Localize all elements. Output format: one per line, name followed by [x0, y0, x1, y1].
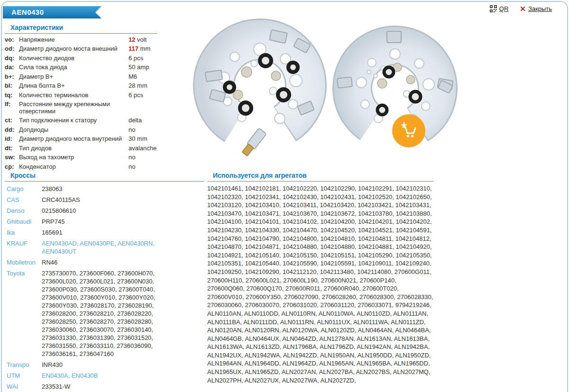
cross-brand-link[interactable]: Denso: [5, 205, 42, 216]
characteristics-title: Характеристики: [5, 24, 157, 34]
characteristic-cell: Напряжение: [19, 35, 128, 45]
characteristic-row: cp:Конденсаторno: [5, 162, 157, 172]
characteristic-cell: 30 mm: [128, 135, 157, 144]
page-title: AEN0430: [11, 8, 44, 16]
characteristic-cell: bl:: [5, 82, 19, 91]
product-photo-left: [186, 15, 334, 163]
cross-brand-link[interactable]: Cargo: [5, 183, 42, 194]
characteristic-row: dd:Допдиодыno: [5, 125, 157, 135]
characteristic-cell: Диаметр диодного моста внешний: [19, 45, 128, 54]
cross-row: Cargo238063: [5, 183, 172, 194]
characteristic-cell: 6 pcs: [128, 91, 157, 100]
add-to-cart-button[interactable]: [392, 114, 425, 147]
cross-row: MobiletronRN46: [5, 257, 172, 268]
cross-value-link[interactable]: EN0430A, EN0430B: [42, 370, 172, 381]
characteristic-row: lf:Расстояние между крепежными отверстия…: [5, 100, 157, 116]
characteristic-row: vo:Напряжение12 volt: [5, 35, 157, 45]
cross-row: Toyota2735730070, 273600F060, 273600H070…: [5, 268, 172, 359]
usage-section: Используется для агрегатов 1042101461, 1…: [207, 172, 433, 384]
characteristic-row: sw:Выход на тахометрno: [5, 153, 157, 163]
characteristic-cell: dd:: [5, 125, 19, 135]
close-link-label: Закрыть: [528, 5, 552, 12]
cross-value-link[interactable]: AEN0430AD, AEN0430PE, AEN0430RN, AEN0430…: [42, 238, 172, 257]
usage-list: 1042101461, 1042102181, 1042102220, 1042…: [207, 184, 433, 384]
close-icon: ✕: [520, 5, 526, 12]
characteristic-cell: ct:: [5, 116, 19, 126]
cross-row: TranspoINR430: [5, 359, 172, 370]
characteristic-cell: Длина болта B+: [19, 82, 128, 91]
crosses-section: Кроссы Cargo238063CASCRC40115ASDenso0215…: [5, 172, 204, 392]
characteristic-cell: Тип диодов: [19, 144, 128, 153]
cross-brand-link[interactable]: Toyota: [5, 268, 42, 359]
characteristic-cell: no: [128, 125, 157, 135]
characteristic-row: id:Диаметр диодного моста внутрений30 mm: [5, 135, 157, 144]
cross-value: 0215806610: [42, 205, 172, 216]
characteristic-cell: Выход на тахометр: [19, 153, 128, 163]
characteristic-row: dt:Тип диодовavalanche: [5, 144, 157, 153]
top-links: QR ✕ Закрыть: [490, 5, 552, 12]
cross-brand-link[interactable]: Mobiletron: [5, 257, 42, 268]
characteristic-cell: cp:: [5, 162, 19, 172]
cross-brand-link[interactable]: WAI: [5, 381, 42, 392]
crosses-title: Кроссы: [5, 172, 204, 182]
cross-brand-link[interactable]: Ghibaudi: [5, 216, 42, 227]
cross-brand-link[interactable]: UTM: [5, 370, 42, 381]
characteristic-cell: [128, 100, 157, 116]
characteristic-cell: no: [128, 153, 157, 163]
cross-brand-link[interactable]: Ika: [5, 227, 42, 238]
characteristic-cell: 12 volt: [128, 35, 157, 45]
characteristic-cell: da:: [5, 63, 19, 73]
cross-row: KRAUFAEN0430AD, AEN0430PE, AEN0430RN, AE…: [5, 238, 172, 257]
characteristic-cell: b+:: [5, 72, 19, 82]
characteristic-cell: no: [128, 162, 157, 172]
characteristic-cell: dt:: [5, 144, 19, 153]
qr-icon: [490, 5, 497, 12]
characteristic-cell: tq:: [5, 91, 19, 100]
characteristic-cell: Тип подключения к статору: [19, 116, 128, 126]
cross-brand-link[interactable]: CAS: [5, 194, 42, 205]
characteristic-cell: Диаметр B+: [19, 72, 128, 82]
characteristic-cell: Расстояние между крепежными отверстиями: [19, 100, 128, 116]
close-link[interactable]: ✕ Закрыть: [520, 5, 552, 12]
cross-row: Denso0215806610: [5, 205, 172, 216]
characteristic-cell: sw:: [5, 153, 19, 163]
characteristic-cell: vo:: [5, 35, 19, 45]
characteristic-cell: lf:: [5, 100, 19, 116]
characteristic-row: od:Диаметр диодного моста внешний117 mm: [5, 45, 157, 54]
cross-value: RN46: [42, 257, 172, 268]
cross-value: 2735730070, 273600F060, 273600H070, 2736…: [42, 268, 172, 359]
characteristic-cell: od:: [5, 45, 19, 54]
characteristic-row: b+:Диаметр B+M6: [5, 72, 157, 82]
cross-brand-link[interactable]: Transpo: [5, 359, 42, 370]
characteristic-cell: dq:: [5, 54, 19, 63]
characteristic-cell: Конденсатор: [19, 162, 128, 172]
characteristic-row: da:Сила тока диода50 amp: [5, 63, 157, 73]
cross-row: Ika165691: [5, 227, 172, 238]
characteristic-cell: id:: [5, 135, 19, 144]
characteristic-cell: avalanche: [128, 144, 157, 153]
cross-value: 238063: [42, 183, 172, 194]
characteristic-cell: delta: [128, 116, 157, 126]
cross-value: PRP745: [42, 216, 172, 227]
cross-value: 165691: [42, 227, 172, 238]
cross-value: CRC40115AS: [42, 194, 172, 205]
characteristic-cell: 28 mm: [128, 82, 157, 91]
cross-row: WAI233531-W: [5, 381, 172, 392]
add-to-cart-icon: [399, 121, 419, 141]
characteristic-row: bl:Длина болта B+28 mm: [5, 82, 157, 91]
cross-brand-link[interactable]: KRAUF: [5, 238, 42, 257]
characteristic-cell: Сила тока диода: [19, 63, 128, 73]
qr-link[interactable]: QR: [490, 5, 509, 12]
characteristic-cell: M6: [128, 72, 157, 82]
characteristic-cell: Количество терминалов: [19, 91, 128, 100]
part-number-banner: AEN0430: [3, 6, 101, 18]
characteristic-cell: Допдиоды: [19, 125, 128, 135]
cross-value: INR430: [42, 359, 172, 370]
cross-row: GhibaudiPRP745: [5, 216, 172, 227]
characteristic-cell: Количество диодов: [19, 54, 128, 63]
cross-value: 233531-W: [42, 381, 172, 392]
qr-link-label: QR: [499, 5, 509, 12]
characteristics-section: Характеристики vo:Напряжение12 voltod:Ди…: [5, 24, 157, 172]
characteristics-table: vo:Напряжение12 voltod:Диаметр диодного …: [5, 35, 157, 172]
characteristic-cell: Диаметр диодного моста внутрений: [19, 135, 128, 144]
